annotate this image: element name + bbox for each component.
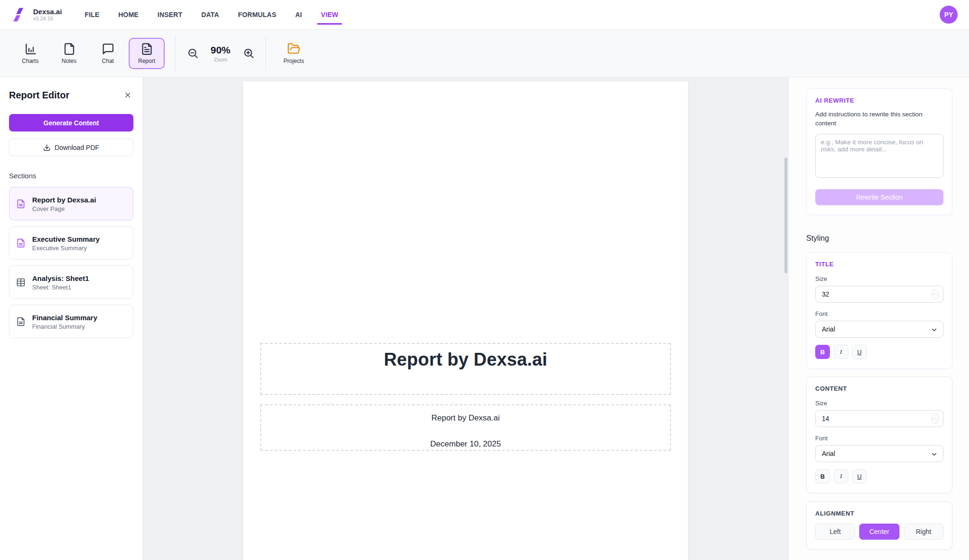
report-date: December 10, 2025	[261, 439, 670, 449]
sections-heading: Sections	[9, 172, 133, 180]
projects-button[interactable]: Projects	[273, 38, 314, 69]
report-button[interactable]: Report	[129, 38, 165, 69]
title-card-heading: TITLE	[815, 261, 943, 268]
panel-title: Report Editor	[9, 90, 70, 101]
alignment-heading: ALIGNMENT	[815, 510, 943, 517]
download-pdf-button[interactable]: Download PDF	[9, 139, 133, 156]
chevron-down-icon	[931, 451, 938, 458]
content-font-label: Font	[815, 435, 943, 442]
app-header: Dexsa.ai v3.24.15 FILE HOME INSERT DATA …	[0, 0, 969, 30]
section-subtitle: Executive Summary	[32, 245, 100, 252]
menu-view[interactable]: VIEW	[321, 11, 338, 18]
menu-insert[interactable]: INSERT	[158, 11, 183, 18]
toolbar-divider	[175, 36, 176, 71]
title-font-select[interactable]: Arial	[815, 321, 943, 338]
document-canvas[interactable]: Report by Dexsa.ai Report by Dexsa.ai De…	[143, 77, 788, 560]
ai-rewrite-input[interactable]	[815, 134, 943, 178]
user-avatar[interactable]: PY	[940, 6, 958, 24]
charts-icon	[24, 43, 37, 55]
align-center-button[interactable]: Center	[859, 524, 899, 540]
title-styling-card: TITLE Size Font Arial B I U	[806, 252, 952, 369]
zoom-value: 90%	[205, 44, 236, 56]
file-text-icon	[16, 199, 26, 209]
file-text-icon	[141, 43, 153, 55]
section-title: Executive Summary	[32, 235, 100, 244]
title-italic-button[interactable]: I	[834, 345, 848, 359]
file-text-icon	[16, 238, 26, 248]
inspector-panel: AI REWRITE Add instructions to rewrite t…	[788, 77, 969, 560]
file-text-icon	[16, 317, 26, 326]
title-font-label: Font	[815, 310, 943, 317]
report-title-text: Report by Dexsa.ai	[261, 350, 670, 370]
content-bold-button[interactable]: B	[815, 469, 830, 483]
alignment-card: ALIGNMENT Left Center Right	[806, 501, 952, 550]
close-panel-button[interactable]	[122, 89, 133, 101]
section-title: Analysis: Sheet1	[32, 274, 89, 283]
report-editor-panel: Report Editor Generate Content Download …	[0, 77, 143, 560]
zoom-in-button[interactable]	[239, 44, 258, 63]
section-item-cover-page[interactable]: Report by Dexsa.ai Cover Page	[9, 187, 133, 220]
section-title: Financial Summary	[32, 313, 97, 322]
title-size-input[interactable]	[815, 286, 943, 303]
ai-rewrite-card: AI REWRITE Add instructions to rewrite t…	[806, 88, 952, 215]
report-title-block[interactable]: Report by Dexsa.ai	[260, 343, 671, 395]
section-list: Report by Dexsa.ai Cover Page Executive …	[9, 187, 133, 338]
title-underline-button[interactable]: U	[852, 345, 867, 359]
menu-home[interactable]: HOME	[118, 11, 139, 18]
vertical-scrollbar[interactable]	[784, 158, 787, 273]
rewrite-section-button[interactable]: Rewrite Section	[815, 189, 943, 205]
report-content-block[interactable]: Report by Dexsa.ai December 10, 2025	[260, 404, 671, 451]
file-icon	[63, 43, 76, 55]
notes-button[interactable]: Notes	[51, 38, 87, 69]
report-page: Report by Dexsa.ai Report by Dexsa.ai De…	[243, 81, 688, 560]
content-styling-card: CONTENT Size Font Arial B I U	[806, 376, 952, 493]
chat-button[interactable]: Chat	[90, 38, 126, 69]
section-subtitle: Cover Page	[32, 205, 96, 212]
section-subtitle: Sheet: Sheet1	[32, 284, 89, 291]
section-item-financial-summary[interactable]: Financial Summary Financial Summary	[9, 305, 133, 338]
section-subtitle: Financial Summary	[32, 323, 97, 330]
charts-button[interactable]: Charts	[12, 38, 48, 69]
content-card-heading: CONTENT	[815, 385, 943, 392]
main-menu: FILE HOME INSERT DATA FORMULAS AI VIEW	[85, 11, 338, 18]
content-italic-button[interactable]: I	[834, 469, 848, 483]
zoom-in-icon	[243, 47, 255, 59]
menu-data[interactable]: DATA	[201, 11, 219, 18]
content-font-select[interactable]: Arial	[815, 445, 943, 462]
align-right-button[interactable]: Right	[904, 524, 943, 540]
content-size-label: Size	[815, 400, 943, 407]
number-stepper-icon[interactable]	[931, 289, 939, 299]
ai-rewrite-description: Add instructions to rewrite this section…	[815, 110, 943, 128]
brand: Dexsa.ai v3.24.15	[11, 6, 62, 23]
zoom-display: 90% Zoom	[205, 44, 236, 62]
chevron-down-icon	[931, 326, 938, 333]
generate-content-button[interactable]: Generate Content	[9, 114, 133, 131]
menu-ai[interactable]: AI	[295, 11, 302, 18]
section-title: Report by Dexsa.ai	[32, 195, 96, 204]
title-bold-button[interactable]: B	[815, 345, 830, 359]
close-icon	[123, 91, 132, 99]
app-root: Dexsa.ai v3.24.15 FILE HOME INSERT DATA …	[0, 0, 969, 560]
menu-file[interactable]: FILE	[85, 11, 99, 18]
content-size-input[interactable]	[815, 410, 943, 427]
title-size-label: Size	[815, 275, 943, 282]
number-stepper-icon[interactable]	[931, 413, 939, 424]
content-underline-button[interactable]: U	[852, 469, 867, 483]
report-body-line: Report by Dexsa.ai	[261, 413, 670, 423]
align-left-button[interactable]: Left	[815, 524, 855, 540]
zoom-out-icon	[187, 47, 199, 59]
section-item-executive-summary[interactable]: Executive Summary Executive Summary	[9, 226, 133, 260]
app-logo-icon	[11, 6, 28, 23]
app-version: v3.24.15	[33, 16, 62, 22]
toolbar-divider	[265, 36, 266, 71]
view-toolbar: Charts Notes Chat	[0, 30, 969, 77]
menu-formulas[interactable]: FORMULAS	[238, 11, 276, 18]
styling-heading: Styling	[806, 234, 952, 243]
zoom-out-button[interactable]	[183, 44, 202, 63]
app-title: Dexsa.ai	[33, 8, 62, 16]
brand-text: Dexsa.ai v3.24.15	[33, 8, 62, 22]
download-icon	[43, 144, 51, 151]
chat-bubble-icon	[102, 43, 115, 55]
section-item-analysis-sheet1[interactable]: Analysis: Sheet1 Sheet: Sheet1	[9, 265, 133, 299]
ai-rewrite-heading: AI REWRITE	[815, 97, 943, 104]
